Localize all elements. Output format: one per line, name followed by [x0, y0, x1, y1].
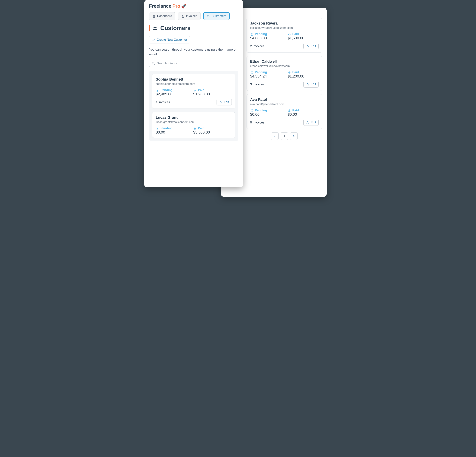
paid-value: $1,500.00	[288, 36, 318, 40]
customer-name: Lucas Grant	[156, 115, 232, 120]
paid-label: Paid	[193, 88, 224, 92]
customer-email: ava.patel@senddirect.com	[250, 102, 319, 106]
pending-label: Pending	[156, 88, 186, 92]
svg-point-10	[220, 101, 221, 102]
svg-point-6	[153, 26, 155, 28]
paid-label: Paid	[288, 109, 318, 112]
invoice-count: 3 invoices	[250, 83, 264, 86]
hourglass-icon	[156, 89, 159, 92]
tab-dashboard[interactable]: Dashboard	[149, 12, 175, 20]
customer-card: Lucas Grant lucas.grant@mailconnect.com …	[152, 112, 235, 138]
tab-customers[interactable]: Customers	[203, 12, 230, 20]
svg-point-4	[207, 15, 208, 16]
customer-name: Jackson Rivera	[250, 21, 319, 25]
arrow-right-icon	[292, 134, 296, 138]
invoice-count: 4 invoices	[156, 100, 170, 104]
pending-value: $4,000.00	[250, 36, 281, 40]
customer-email: jackson.rivera@outlookzone.com	[250, 26, 319, 30]
arrow-left-icon	[273, 134, 277, 138]
pager-next-button[interactable]	[290, 132, 298, 140]
home-icon	[152, 15, 156, 18]
nav-tabs: Dashboard $ Invoices Customers	[149, 12, 238, 20]
brand-logo: FreelancePro 🚀	[149, 3, 238, 9]
edit-button[interactable]: Edit	[303, 43, 319, 49]
helper-text: You can search through your customers us…	[149, 47, 238, 57]
user-plus-icon	[152, 38, 155, 42]
edit-button[interactable]: Edit	[217, 99, 232, 105]
svg-point-0	[307, 45, 308, 46]
svg-point-7	[155, 26, 157, 28]
paid-label: Paid	[288, 70, 318, 74]
edit-icon	[219, 101, 222, 104]
customer-name: Ava Patel	[250, 97, 319, 102]
search-field[interactable]	[149, 60, 238, 67]
create-customer-button[interactable]: Create New Customer	[149, 36, 190, 43]
pending-label: Pending	[156, 127, 186, 130]
customer-email: sophia.bennett@emailpro.com	[156, 82, 232, 86]
svg-point-9	[152, 62, 154, 64]
paid-label: Paid	[288, 32, 318, 36]
customer-email: ethan.caldwell@inboxnow.com	[250, 64, 319, 68]
invoice-icon: $	[181, 15, 185, 18]
pager-prev-button[interactable]	[271, 132, 279, 140]
pending-value: $0.00	[250, 112, 281, 117]
brand-name: Freelance	[149, 3, 171, 9]
svg-point-8	[153, 39, 154, 40]
edit-button[interactable]: Edit	[303, 119, 319, 126]
hand-money-icon	[288, 71, 291, 74]
paid-label: Paid	[193, 127, 224, 130]
customer-card: Ethan Caldwell ethan.caldwell@inboxnow.c…	[246, 56, 322, 91]
hand-money-icon	[193, 89, 197, 92]
pager-page-button[interactable]: 1	[280, 132, 288, 140]
customers-list: Sophia Bennett sophia.bennett@emailpro.c…	[149, 71, 238, 141]
users-icon	[152, 25, 158, 31]
brand-suffix: Pro	[172, 3, 180, 9]
pending-value: $0.00	[156, 130, 186, 135]
hourglass-icon	[250, 109, 254, 112]
hand-money-icon	[288, 109, 291, 112]
hand-money-icon	[193, 127, 197, 130]
app-window: FreelancePro 🚀 Dashboard $ Invoices	[144, 0, 243, 187]
pending-label: Pending	[250, 32, 281, 36]
edit-button[interactable]: Edit	[303, 81, 319, 88]
customer-card: Ava Patel ava.patel@senddirect.com Pendi…	[246, 94, 322, 129]
customer-name: Ethan Caldwell	[250, 59, 319, 64]
customer-card: Sophia Bennett sophia.bennett@emailpro.c…	[152, 74, 235, 109]
hourglass-icon	[250, 71, 254, 74]
paid-value: $5,500.00	[193, 130, 224, 135]
paid-value: $1,200.00	[193, 92, 224, 96]
customer-name: Sophia Bennett	[156, 77, 232, 82]
hourglass-icon	[250, 33, 254, 36]
search-icon	[152, 62, 155, 65]
page-title: Customers	[149, 25, 238, 31]
tab-invoices[interactable]: $ Invoices	[178, 12, 201, 20]
customer-email: lucas.grant@mailconnect.com	[156, 120, 232, 124]
pending-value: $4,334.24	[250, 74, 281, 78]
hand-money-icon	[288, 33, 291, 36]
invoice-count: 2 invoices	[250, 44, 264, 48]
edit-icon	[306, 44, 309, 48]
svg-point-5	[209, 15, 209, 16]
paid-value: $0.00	[288, 112, 318, 117]
pending-value: $2,489.00	[156, 92, 186, 96]
pending-label: Pending	[250, 70, 281, 74]
paid-value: $1,200.00	[288, 74, 318, 78]
edit-icon	[306, 121, 309, 124]
edit-icon	[306, 83, 309, 86]
rocket-icon: 🚀	[181, 4, 186, 8]
pager: 1	[246, 132, 322, 140]
customer-card: Jackson Rivera jackson.rivera@outlookzon…	[246, 18, 322, 53]
invoice-count: 0 invoices	[250, 121, 264, 124]
search-input[interactable]	[157, 61, 236, 65]
svg-point-1	[307, 83, 308, 84]
pending-label: Pending	[250, 109, 281, 112]
svg-point-2	[307, 121, 308, 122]
users-icon	[207, 15, 210, 18]
hourglass-icon	[156, 127, 159, 130]
